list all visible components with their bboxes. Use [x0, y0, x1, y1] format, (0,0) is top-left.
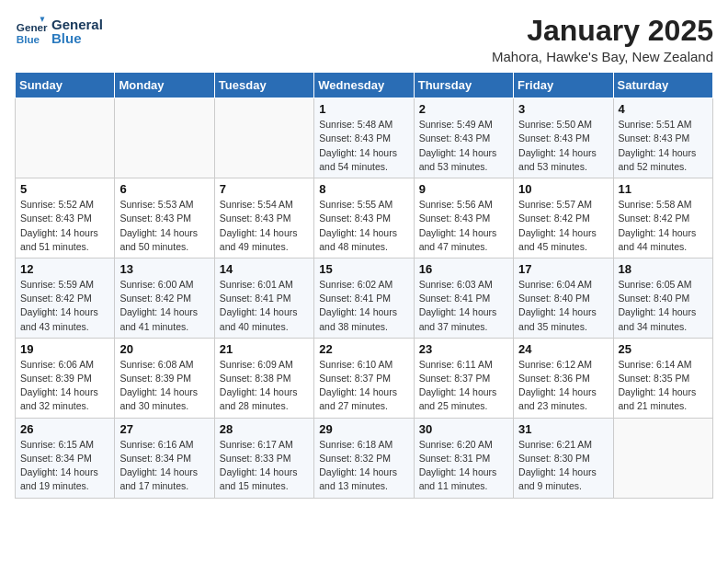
sunrise: Sunrise: 5:59 AM: [20, 279, 94, 290]
header-day-monday: Monday: [115, 73, 214, 98]
daylight-minutes: and 25 minutes.: [419, 400, 488, 411]
calendar-cell: 5Sunrise: 5:52 AMSunset: 8:43 PMDaylight…: [16, 178, 115, 259]
day-number: 2: [419, 102, 508, 116]
day-number: 17: [518, 262, 608, 276]
daylight-minutes: and 17 minutes.: [119, 480, 188, 491]
day-number: 23: [419, 342, 508, 356]
daylight-minutes: and 54 minutes.: [319, 161, 388, 172]
sunset: Sunset: 8:30 PM: [518, 453, 590, 464]
day-info: Sunrise: 5:49 AMSunset: 8:43 PMDaylight:…: [419, 118, 508, 174]
sunrise: Sunrise: 6:09 AM: [220, 359, 293, 370]
sunrise: Sunrise: 6:17 AM: [220, 439, 293, 450]
sunrise: Sunrise: 6:01 AM: [220, 279, 293, 290]
day-number: 4: [619, 102, 708, 116]
sunrise: Sunrise: 5:48 AM: [319, 119, 392, 130]
day-info: Sunrise: 5:59 AMSunset: 8:42 PMDaylight:…: [20, 278, 109, 334]
daylight-hours: Daylight: 14 hours: [619, 306, 697, 317]
day-number: 19: [20, 342, 109, 356]
day-number: 24: [518, 342, 608, 356]
sunrise: Sunrise: 6:12 AM: [518, 359, 592, 370]
daylight-minutes: and 52 minutes.: [619, 161, 688, 172]
calendar-cell: 1Sunrise: 5:48 AMSunset: 8:43 PMDaylight…: [314, 98, 414, 178]
day-info: Sunrise: 5:48 AMSunset: 8:43 PMDaylight:…: [319, 118, 408, 174]
sunrise: Sunrise: 6:11 AM: [419, 359, 493, 370]
daylight-minutes: and 23 minutes.: [518, 400, 587, 411]
sunrise: Sunrise: 6:05 AM: [619, 279, 692, 290]
calendar-cell: 24Sunrise: 6:12 AMSunset: 8:36 PMDayligh…: [514, 338, 613, 418]
calendar-cell: 23Sunrise: 6:11 AMSunset: 8:37 PMDayligh…: [414, 338, 513, 418]
calendar-cell: 29Sunrise: 6:18 AMSunset: 8:32 PMDayligh…: [314, 418, 414, 498]
daylight-minutes: and 34 minutes.: [619, 321, 688, 332]
calendar-cell: [16, 98, 115, 178]
daylight-minutes: and 47 minutes.: [419, 241, 488, 252]
daylight-minutes: and 40 minutes.: [220, 321, 289, 332]
day-info: Sunrise: 6:14 AMSunset: 8:35 PMDaylight:…: [619, 358, 708, 414]
sunset: Sunset: 8:37 PM: [419, 373, 491, 384]
calendar-cell: 21Sunrise: 6:09 AMSunset: 8:38 PMDayligh…: [214, 338, 313, 418]
calendar-cell: 3Sunrise: 5:50 AMSunset: 8:43 PMDaylight…: [514, 98, 613, 178]
sunset: Sunset: 8:39 PM: [20, 373, 92, 384]
daylight-hours: Daylight: 14 hours: [20, 386, 98, 397]
day-info: Sunrise: 5:52 AMSunset: 8:43 PMDaylight:…: [20, 198, 109, 254]
sunset: Sunset: 8:33 PM: [220, 453, 291, 464]
week-row-1: 1Sunrise: 5:48 AMSunset: 8:43 PMDaylight…: [16, 98, 713, 178]
calendar-cell: 8Sunrise: 5:55 AMSunset: 8:43 PMDaylight…: [314, 178, 414, 259]
day-info: Sunrise: 5:56 AMSunset: 8:43 PMDaylight:…: [419, 198, 508, 254]
day-info: Sunrise: 6:17 AMSunset: 8:33 PMDaylight:…: [220, 438, 309, 494]
sunrise: Sunrise: 6:03 AM: [419, 279, 493, 290]
daylight-hours: Daylight: 14 hours: [619, 227, 697, 238]
day-info: Sunrise: 6:11 AMSunset: 8:37 PMDaylight:…: [419, 358, 508, 414]
day-number: 11: [619, 182, 708, 196]
sunset: Sunset: 8:37 PM: [319, 373, 391, 384]
day-number: 15: [319, 262, 408, 276]
sunset: Sunset: 8:42 PM: [619, 213, 690, 224]
sunset: Sunset: 8:43 PM: [619, 132, 690, 144]
sunset: Sunset: 8:41 PM: [319, 293, 391, 304]
daylight-hours: Daylight: 14 hours: [319, 466, 397, 477]
day-info: Sunrise: 6:12 AMSunset: 8:36 PMDaylight:…: [518, 358, 608, 414]
daylight-minutes: and 21 minutes.: [619, 400, 688, 411]
day-number: 5: [20, 182, 109, 196]
day-info: Sunrise: 5:53 AMSunset: 8:43 PMDaylight:…: [119, 198, 209, 254]
header-day-thursday: Thursday: [414, 73, 513, 98]
sunrise: Sunrise: 6:14 AM: [619, 359, 692, 370]
sunrise: Sunrise: 5:51 AM: [619, 119, 692, 130]
daylight-hours: Daylight: 14 hours: [419, 466, 497, 477]
daylight-minutes: and 44 minutes.: [619, 241, 688, 252]
calendar-cell: 26Sunrise: 6:15 AMSunset: 8:34 PMDayligh…: [16, 418, 115, 498]
header-row: SundayMondayTuesdayWednesdayThursdayFrid…: [16, 73, 713, 98]
calendar-cell: 14Sunrise: 6:01 AMSunset: 8:41 PMDayligh…: [214, 258, 313, 338]
daylight-hours: Daylight: 14 hours: [119, 466, 198, 477]
daylight-hours: Daylight: 14 hours: [119, 386, 198, 397]
day-number: 14: [220, 262, 309, 276]
day-info: Sunrise: 6:04 AMSunset: 8:40 PMDaylight:…: [518, 278, 608, 334]
sunset: Sunset: 8:35 PM: [619, 373, 690, 384]
daylight-hours: Daylight: 14 hours: [319, 306, 397, 317]
svg-text:Blue: Blue: [17, 33, 40, 45]
header: General Blue General Blue January 2025 M…: [15, 15, 713, 64]
calendar-header: SundayMondayTuesdayWednesdayThursdayFrid…: [16, 73, 713, 98]
day-info: Sunrise: 5:51 AMSunset: 8:43 PMDaylight:…: [619, 118, 708, 174]
daylight-hours: Daylight: 14 hours: [119, 227, 198, 238]
sunrise: Sunrise: 5:50 AM: [518, 119, 592, 130]
calendar-table: SundayMondayTuesdayWednesdayThursdayFrid…: [15, 72, 713, 498]
sunset: Sunset: 8:34 PM: [20, 453, 92, 464]
day-info: Sunrise: 6:02 AMSunset: 8:41 PMDaylight:…: [319, 278, 408, 334]
day-info: Sunrise: 6:18 AMSunset: 8:32 PMDaylight:…: [319, 438, 408, 494]
sunset: Sunset: 8:38 PM: [220, 373, 291, 384]
sunrise: Sunrise: 6:20 AM: [419, 439, 493, 450]
day-number: 16: [419, 262, 508, 276]
header-day-saturday: Saturday: [613, 73, 712, 98]
sunset: Sunset: 8:31 PM: [419, 453, 491, 464]
calendar-cell: 13Sunrise: 6:00 AMSunset: 8:42 PMDayligh…: [115, 258, 214, 338]
daylight-minutes: and 27 minutes.: [319, 400, 388, 411]
daylight-hours: Daylight: 14 hours: [20, 306, 98, 317]
daylight-minutes: and 53 minutes.: [419, 161, 488, 172]
day-info: Sunrise: 6:08 AMSunset: 8:39 PMDaylight:…: [119, 358, 209, 414]
day-number: 18: [619, 262, 708, 276]
calendar-cell: 19Sunrise: 6:06 AMSunset: 8:39 PMDayligh…: [16, 338, 115, 418]
sunset: Sunset: 8:43 PM: [119, 213, 191, 224]
day-number: 8: [319, 182, 408, 196]
svg-text:General: General: [17, 21, 48, 33]
day-info: Sunrise: 6:20 AMSunset: 8:31 PMDaylight:…: [419, 438, 508, 494]
